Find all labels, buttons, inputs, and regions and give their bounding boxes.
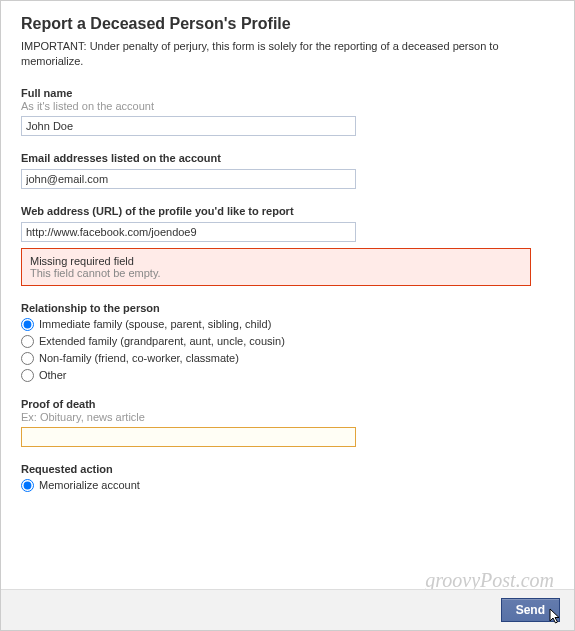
fullname-group: Full name As it's listed on the account [21, 87, 554, 136]
relationship-option-other[interactable]: Other [21, 369, 554, 382]
send-button[interactable]: Send [501, 598, 560, 622]
relationship-option-extended[interactable]: Extended family (grandparent, aunt, uncl… [21, 335, 554, 348]
relationship-option-label: Extended family (grandparent, aunt, uncl… [39, 335, 285, 347]
action-option-label: Memorialize account [39, 479, 140, 491]
fullname-hint: As it's listed on the account [21, 100, 554, 112]
page-title: Report a Deceased Person's Profile [21, 15, 554, 33]
email-group: Email addresses listed on the account [21, 152, 554, 189]
action-radio-0[interactable] [21, 479, 34, 492]
fullname-label: Full name [21, 87, 554, 99]
action-label: Requested action [21, 463, 554, 475]
relationship-radio-1[interactable] [21, 335, 34, 348]
relationship-option-nonfamily[interactable]: Non-family (friend, co-worker, classmate… [21, 352, 554, 365]
relationship-option-label: Non-family (friend, co-worker, classmate… [39, 352, 239, 364]
url-group: Web address (URL) of the profile you'd l… [21, 205, 554, 286]
relationship-option-immediate[interactable]: Immediate family (spouse, parent, siblin… [21, 318, 554, 331]
proof-group: Proof of death Ex: Obituary, news articl… [21, 398, 554, 447]
proof-input[interactable] [21, 427, 356, 447]
email-label: Email addresses listed on the account [21, 152, 554, 164]
email-input[interactable] [21, 169, 356, 189]
relationship-group: Relationship to the person Immediate fam… [21, 302, 554, 382]
relationship-radio-0[interactable] [21, 318, 34, 331]
action-group: Requested action Memorialize account [21, 463, 554, 492]
url-input[interactable] [21, 222, 356, 242]
important-notice: IMPORTANT: Under penalty of perjury, thi… [21, 39, 554, 69]
error-text: This field cannot be empty. [30, 267, 522, 279]
fullname-input[interactable] [21, 116, 356, 136]
action-option-memorialize[interactable]: Memorialize account [21, 479, 554, 492]
url-label: Web address (URL) of the profile you'd l… [21, 205, 554, 217]
proof-hint: Ex: Obituary, news article [21, 411, 554, 423]
proof-label: Proof of death [21, 398, 554, 410]
relationship-radio-2[interactable] [21, 352, 34, 365]
relationship-radio-3[interactable] [21, 369, 34, 382]
relationship-option-label: Other [39, 369, 67, 381]
relationship-label: Relationship to the person [21, 302, 554, 314]
error-box: Missing required field This field cannot… [21, 248, 531, 286]
error-title: Missing required field [30, 255, 522, 267]
relationship-option-label: Immediate family (spouse, parent, siblin… [39, 318, 271, 330]
footer: Send [1, 589, 574, 630]
